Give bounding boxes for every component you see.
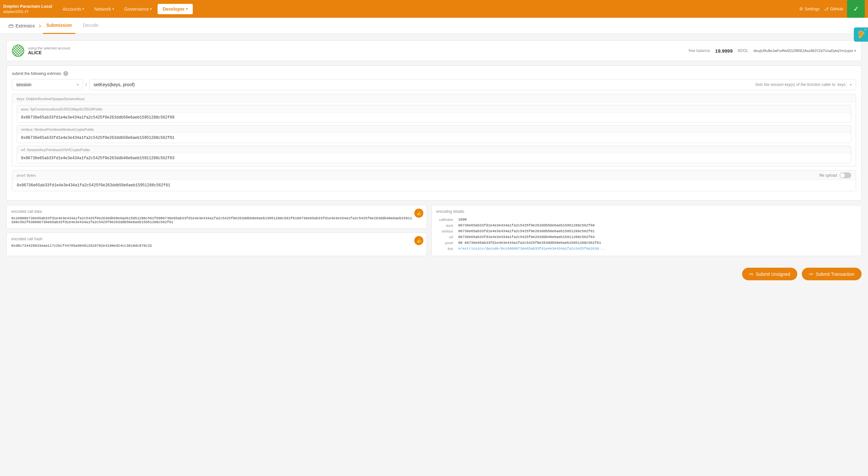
free-balance-unit: BDOL xyxy=(738,49,748,53)
aura-sub-group: aura: SpConsensusAuraSr25519AppSr25519Pu… xyxy=(17,105,851,123)
submit-unsigned-icon: ⇨ xyxy=(749,271,753,277)
nimbus-input[interactable] xyxy=(17,133,851,143)
free-balance-label: free balance xyxy=(689,49,710,53)
copy-call-data-button[interactable]: 👍 xyxy=(414,209,423,218)
enc-aura-value: 06736e65ab33fd1e4e3e434a1fa2c5425f0e263d… xyxy=(457,223,856,228)
enc-proof-value: 80 06736e65ab33fd1e4e3e434a1fa2c5425f0e2… xyxy=(457,240,856,246)
bottom-row: encoded call data 0x160006736e65ab33fd1e… xyxy=(6,205,862,256)
using-text: using the selected account xyxy=(28,46,70,50)
encoding-row-proof: proof 80 06736e65ab33fd1e4e3e434a1fa2c54… xyxy=(437,240,856,246)
encoded-call-data-box: encoded call data 0x160006736e65ab33fd1e… xyxy=(6,205,427,229)
proof-label: proof: Bytes xyxy=(17,173,36,177)
account-row: using the selected account ALICE free ba… xyxy=(6,40,862,61)
tab-submission[interactable]: Submission xyxy=(43,18,75,34)
close-icon[interactable]: ✕ xyxy=(864,28,867,31)
main-content: using the selected account ALICE free ba… xyxy=(0,34,868,262)
account-address[interactable]: dmyjURuBeJwFo4Nvf2GZ8f5E2Asz98JYZd7UcaDy… xyxy=(753,49,856,53)
aura-label: aura: SpConsensusAuraSr25519AppSr25519Pu… xyxy=(17,105,851,113)
module-chevron-icon: ▾ xyxy=(77,83,79,87)
brand-sub: dolphin/3201 #7 xyxy=(3,9,52,14)
account-left: using the selected account ALICE xyxy=(12,44,70,57)
callindex-label: callIndex xyxy=(437,217,456,222)
check-button[interactable]: ✓ xyxy=(847,0,865,18)
keys-label: keys: DolphinRuntimeOpaqueSessionKeys xyxy=(12,94,856,102)
enc-link-value[interactable]: #/extrinsics/decode/0x160006736e65ab33fd… xyxy=(457,246,856,251)
github-link[interactable]: ⎇ GitHub xyxy=(824,6,843,11)
nimbus-sub-group: nimbus: NimbusPrimitivesNimbusCryptoPubl… xyxy=(17,125,851,143)
network-chevron-icon: ▾ xyxy=(113,7,114,11)
call-data-label: encoded call data xyxy=(11,209,422,214)
enc-aura-label: aura xyxy=(437,223,456,228)
encoded-call-hash-box: encoded call hash 0xd0c734429833eaa117c2… xyxy=(6,232,427,256)
brand: Dolphin Parachain Local dolphin/3201 #7 xyxy=(3,4,52,14)
enc-vrf-label: vrf xyxy=(437,234,456,240)
encoding-details-box: encoding details callIndex 1600 aura 067… xyxy=(431,205,862,256)
copy-call-hash-button[interactable]: 👍 xyxy=(414,236,423,245)
select-separator: / xyxy=(83,82,89,87)
nav-governance[interactable]: Governance ▾ xyxy=(120,4,156,13)
nav-network[interactable]: Network ▾ xyxy=(90,4,118,13)
help-icon[interactable]: ? xyxy=(63,71,68,76)
call-data-value: 0x160006736e65ab33fd1e4e3e434a1fa2c5425f… xyxy=(11,216,422,224)
settings-nav-item[interactable]: ⚙ Settings xyxy=(799,6,820,11)
extrinsic-title: submit the following extrinsic ? xyxy=(12,71,856,76)
call-hash-label: encoded call hash xyxy=(11,237,422,241)
accessibility-widget[interactable]: ✕ 🦻 xyxy=(854,27,868,42)
top-navbar: Dolphin Parachain Local dolphin/3201 #7 … xyxy=(0,0,868,18)
encoding-row-nimbus: nimbus 06736e65ab33fd1e4e3e434a1fa2c5425… xyxy=(437,229,856,234)
breadcrumb-extrinsics[interactable]: 🗃 Extrinsics xyxy=(6,23,37,29)
governance-chevron-icon: ▾ xyxy=(150,7,152,11)
submit-transaction-icon: ⇨ xyxy=(809,271,813,277)
developer-chevron-icon: ▾ xyxy=(186,7,188,11)
encoding-row-callindex: callIndex 1600 xyxy=(437,217,856,222)
sub-header: 🗃 Extrinsics › Submission Decode xyxy=(0,18,868,34)
vrf-label: vrf: SessionKeyPrimitivesVrfVrfCryptoPub… xyxy=(17,146,851,153)
tab-decode[interactable]: Decode xyxy=(80,18,102,34)
avatar xyxy=(12,44,24,57)
account-name: ALICE xyxy=(28,50,70,55)
encoding-row-vrf: vrf 06736e65ab33fd1e4e3e434a1fa2c5425f0e… xyxy=(437,234,856,240)
proof-input[interactable] xyxy=(12,180,856,191)
submit-transaction-button[interactable]: ⇨ Submit Transaction xyxy=(802,268,862,280)
nav-accounts[interactable]: Accounts ▾ xyxy=(58,4,89,13)
extrinsics-icon: 🗃 xyxy=(8,23,13,29)
enc-nimbus-value: 06736e65ab33fd1e4e3e434a1fa2c5425f0e263d… xyxy=(457,229,856,234)
free-balance-value: 19.9999 xyxy=(715,48,733,54)
breadcrumb-separator: › xyxy=(39,22,41,29)
account-info: using the selected account ALICE xyxy=(28,46,70,55)
extrinsic-form: submit the following extrinsic ? session… xyxy=(6,66,862,200)
submit-unsigned-button[interactable]: ⇨ Submit Unsigned xyxy=(742,268,798,280)
vrf-input[interactable] xyxy=(17,153,851,163)
encoding-row-link: link #/extrinsics/decode/0x160006736e65a… xyxy=(437,246,856,251)
account-right: free balance 19.9999 BDOL dmyjURuBeJwFo4… xyxy=(689,48,856,54)
footer-buttons: ⇨ Submit Unsigned ⇨ Submit Transaction xyxy=(0,262,868,283)
proof-header: proof: Bytes file upload xyxy=(12,170,856,180)
accessibility-icon: 🦻 xyxy=(857,30,865,39)
encoding-row-aura: aura 06736e65ab33fd1e4e3e434a1fa2c5425f0… xyxy=(437,223,856,228)
callindex-value: 1600 xyxy=(457,217,856,222)
file-upload-row: file upload xyxy=(819,172,851,178)
address-chevron-icon: ▾ xyxy=(854,49,856,53)
brand-name: Dolphin Parachain Local xyxy=(3,4,52,9)
enc-vrf-value: 06736e65ab33fd1e4e3e434a1fa2c5425f0e263d… xyxy=(457,234,856,240)
settings-gear-icon: ⚙ xyxy=(799,6,803,11)
nav-developer[interactable]: Developer ▾ xyxy=(158,4,193,14)
method-chevron-icon: ▾ xyxy=(850,83,852,87)
aura-input[interactable] xyxy=(17,113,851,122)
enc-nimbus-label: nimbus xyxy=(437,229,456,234)
file-upload-toggle[interactable] xyxy=(840,172,851,178)
call-hash-value: 0xd0c734429833eaa117c2bcf44705a964812d10… xyxy=(11,244,422,248)
method-select[interactable]: setKeys(keys, proof) Sets the session ke… xyxy=(89,79,856,90)
nav-right: ⚙ Settings ⎇ GitHub ✓ xyxy=(799,0,865,18)
vrf-sub-group: vrf: SessionKeyPrimitivesVrfVrfCryptoPub… xyxy=(17,146,851,163)
module-select[interactable]: session ▾ xyxy=(12,79,83,90)
extrinsic-selects: session ▾ / setKeys(keys, proof) Sets th… xyxy=(12,79,856,90)
nav-items: Accounts ▾ Network ▾ Governance ▾ Develo… xyxy=(58,4,799,14)
github-icon: ⎇ xyxy=(824,6,829,11)
keys-param-group: keys: DolphinRuntimeOpaqueSessionKeys au… xyxy=(12,94,856,166)
nimbus-label: nimbus: NimbusPrimitivesNimbusCryptoPubl… xyxy=(17,126,851,133)
enc-link-label: link xyxy=(437,246,456,251)
accounts-chevron-icon: ▾ xyxy=(82,7,84,11)
encoding-label: encoding details xyxy=(436,209,857,214)
encoding-table: callIndex 1600 aura 06736e65ab33fd1e4e3e… xyxy=(436,216,857,252)
